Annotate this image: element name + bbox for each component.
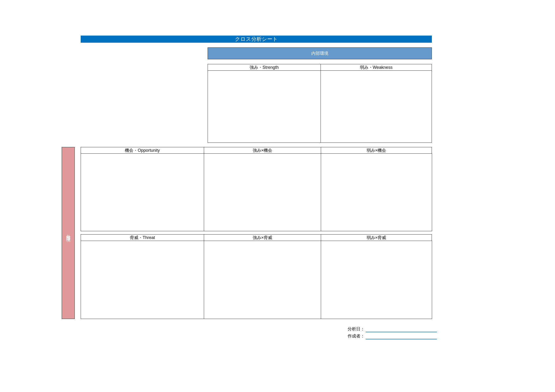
footer-date-label: 分析日：	[348, 326, 366, 332]
footer-author-field: 作成者：	[348, 333, 437, 339]
cell-weakness[interactable]	[321, 71, 432, 143]
cell-weakness-threat[interactable]	[321, 241, 432, 319]
cell-threat[interactable]	[81, 241, 204, 319]
axis-external-label: 外部環境	[66, 231, 71, 235]
axis-internal-label: 内部環境	[311, 50, 329, 56]
footer-date-input[interactable]	[366, 327, 437, 332]
footer-date-field: 分析日：	[348, 326, 437, 332]
cell-opportunity[interactable]	[81, 153, 204, 231]
header-weakness: 弱み・Weakness	[321, 64, 432, 71]
cell-strength-threat[interactable]	[204, 241, 321, 319]
header-threat: 脅威・Threat	[81, 234, 204, 241]
footer-author-input[interactable]	[366, 334, 437, 339]
header-strength-threat: 強み×脅威	[204, 234, 321, 241]
footer-author-label: 作成者：	[348, 333, 366, 339]
header-strength-opportunity: 強み×機会	[204, 147, 321, 154]
header-opportunity: 機会・Opportunity	[81, 147, 204, 154]
cell-weakness-opportunity[interactable]	[321, 153, 432, 231]
header-strength: 強み・Strength	[208, 64, 321, 71]
axis-external-header: 外部環境	[62, 147, 75, 319]
header-weakness-opportunity: 弱み×機会	[321, 147, 432, 154]
axis-internal-header: 内部環境	[208, 47, 432, 59]
cell-strength-opportunity[interactable]	[204, 153, 321, 231]
header-weakness-threat: 弱み×脅威	[321, 234, 432, 241]
sheet-title: クロス分析シート	[81, 36, 432, 43]
cell-strength[interactable]	[208, 71, 321, 143]
